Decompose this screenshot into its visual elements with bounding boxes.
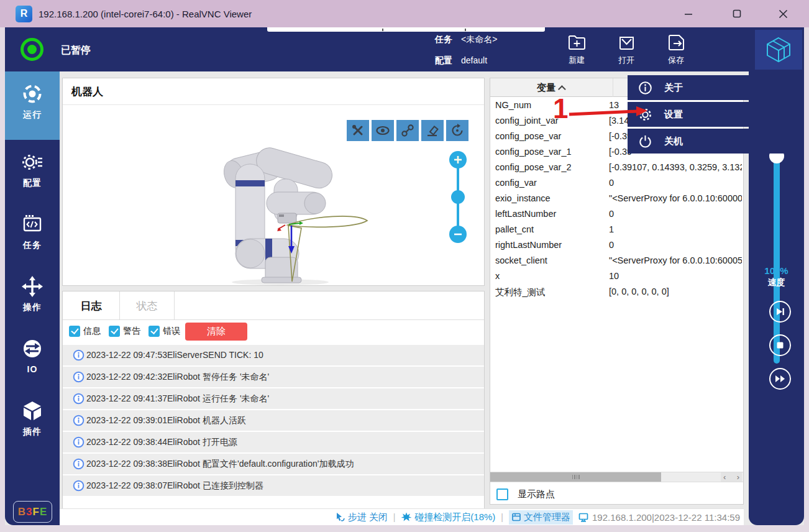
horizontal-scrollbar[interactable]: ‹ ›	[490, 472, 743, 482]
log-message: 暂停任务 '未命名'	[203, 372, 269, 383]
view-path-button[interactable]	[396, 120, 419, 141]
open-task-button[interactable]: 打开	[606, 32, 647, 66]
view-reset-rotate-button[interactable]	[446, 120, 468, 141]
menu-item-label: 设置	[664, 109, 683, 121]
maximize-button[interactable]	[720, 0, 754, 27]
sidebar-item-operate[interactable]: 操作	[5, 275, 60, 313]
run-target-icon	[21, 83, 43, 105]
filter-error-label: 错误	[163, 326, 180, 337]
scroll-left-arrow[interactable]: ‹	[723, 472, 726, 482]
sidebar-item-config[interactable]: 配置	[5, 151, 60, 189]
filter-info-checkbox[interactable]: 信息	[69, 326, 101, 337]
sidebar-nav: 运行 配置 任务	[5, 71, 60, 525]
open-envelope-icon	[616, 32, 637, 53]
zoom-slider-handle[interactable]	[451, 190, 465, 204]
tools-icon	[350, 123, 365, 138]
zoom-in-button[interactable]	[449, 151, 467, 168]
titlebar[interactable]: R 192.168.1.200 (intel-corei7-64:0) - Re…	[0, 0, 809, 27]
save-task-label: 保存	[656, 55, 697, 66]
sidebar-item-plugin[interactable]: 插件	[5, 400, 60, 438]
variable-row[interactable]: leftLastNumber0	[490, 206, 743, 222]
robot-3d-view[interactable]	[156, 134, 380, 287]
minimize-icon	[684, 9, 693, 18]
filter-warning-checkbox[interactable]: 警告	[109, 326, 140, 337]
brand-logo[interactable]	[755, 30, 802, 70]
statusbar-separator: |	[501, 512, 503, 522]
variable-name: rightLastNumber	[495, 240, 562, 250]
log-tabs: 日志 状态	[63, 291, 484, 320]
robot-view-panel: 机器人	[62, 78, 485, 286]
stop-icon	[775, 340, 785, 351]
variable-row[interactable]: socket_client"<ServerProxy for 6.0.0.10:…	[490, 253, 743, 268]
variable-name: NG_num	[495, 100, 531, 110]
collision-detect-toggle[interactable]: 碰撞检测开启(18%)	[401, 511, 495, 523]
variable-row[interactable]: config_pose_var_2[-0.39107, 0.14393, 0.3…	[490, 160, 743, 175]
log-row: 2023-12-22 09:38:38 EliRobot 配置文件'defaul…	[63, 454, 484, 474]
fast-forward-button[interactable]	[769, 368, 791, 390]
variable-name: config_pose_var	[495, 131, 561, 141]
sidebar-item-io[interactable]: IO	[5, 337, 60, 374]
variable-value: 0	[609, 178, 742, 188]
system-menu: 关于 设置 关机	[628, 75, 802, 155]
variable-value: 1	[609, 224, 742, 234]
b3fe-letter: E	[40, 506, 47, 518]
step-run-button[interactable]	[769, 301, 791, 323]
filter-error-checkbox[interactable]: 错误	[149, 326, 180, 337]
variable-row[interactable]: exio_instance"<ServerProxy for 6.0.0.10:…	[490, 191, 743, 206]
variable-row[interactable]: pallet_cnt1	[490, 222, 743, 237]
speed-slider-track[interactable]	[774, 153, 780, 364]
address-time-label: 192.168.1.200|2023-12-22 11:34:59	[592, 512, 740, 523]
step-mode-toggle[interactable]: 步进 关闭	[335, 511, 388, 523]
info-log-icon	[73, 436, 85, 448]
tab-status[interactable]: 状态	[120, 291, 175, 320]
zoom-out-button[interactable]	[449, 226, 467, 243]
checkbox-checked-icon	[109, 326, 120, 337]
task-code-icon	[21, 213, 43, 236]
task-label: 任务	[435, 34, 452, 45]
variable-row[interactable]: rightLastNumber0	[490, 237, 743, 253]
sidebar-item-task[interactable]: 任务	[5, 213, 60, 251]
view-visibility-button[interactable]	[372, 120, 394, 141]
variable-name: leftLastNumber	[495, 209, 556, 219]
minimize-button[interactable]	[671, 0, 706, 27]
close-button[interactable]	[766, 0, 800, 27]
stop-button[interactable]	[769, 334, 791, 356]
log-time: 2023-12-22 09:38:07	[86, 480, 167, 490]
view-eraser-button[interactable]	[421, 120, 444, 141]
tab-log[interactable]: 日志	[63, 291, 120, 320]
log-message: 运行任务 '未命名'	[203, 393, 269, 405]
menu-item-shutdown[interactable]: 关机	[628, 129, 802, 154]
clear-log-button[interactable]: 清除	[185, 323, 247, 341]
variable-row[interactable]: config_var0	[490, 175, 743, 191]
scrollbar-thumb[interactable]	[490, 472, 661, 482]
log-message: 配置文件'default.configuration'加载成功	[203, 459, 354, 470]
step-mode-label: 步进 关闭	[348, 511, 388, 523]
view-tools-button[interactable]	[347, 120, 369, 141]
menu-item-settings[interactable]: 设置	[628, 102, 802, 127]
log-source: EliRobot	[167, 393, 200, 403]
b3fe-badge: B3FE	[13, 501, 52, 523]
new-folder-icon	[567, 32, 587, 53]
zoom-out-icon	[453, 229, 463, 239]
sidebar-item-run[interactable]: 运行	[5, 71, 60, 140]
save-task-button[interactable]: 保存	[656, 32, 697, 66]
variable-name: socket_client	[495, 255, 547, 265]
top-toolbar: 已暂停 任务 <未命名> 配置 default 新建 打开	[5, 27, 804, 71]
menu-item-label: 关于	[664, 82, 683, 94]
variable-row[interactable]: x10	[490, 268, 743, 284]
show-waypoints-checkbox[interactable]: 显示路点	[496, 488, 555, 500]
scroll-right-arrow[interactable]: ›	[737, 472, 739, 482]
variable-value: 10	[609, 271, 742, 281]
edge-tick	[382, 29, 383, 31]
variable-name: config_var	[495, 178, 537, 188]
skip-icon	[775, 306, 785, 317]
plugin-cube-icon	[21, 400, 43, 422]
variable-row[interactable]: 艾利特_测试[0, 0, 0, 0, 0, 0]	[490, 284, 743, 300]
file-manager-button[interactable]: 文件管理器	[509, 510, 573, 525]
sidebar-item-label: IO	[5, 364, 60, 374]
edge-tick	[465, 29, 466, 31]
new-task-button[interactable]: 新建	[556, 32, 597, 66]
menu-item-about[interactable]: 关于	[628, 75, 802, 100]
step-icon	[335, 512, 345, 523]
log-source: EliRobot	[167, 459, 200, 469]
